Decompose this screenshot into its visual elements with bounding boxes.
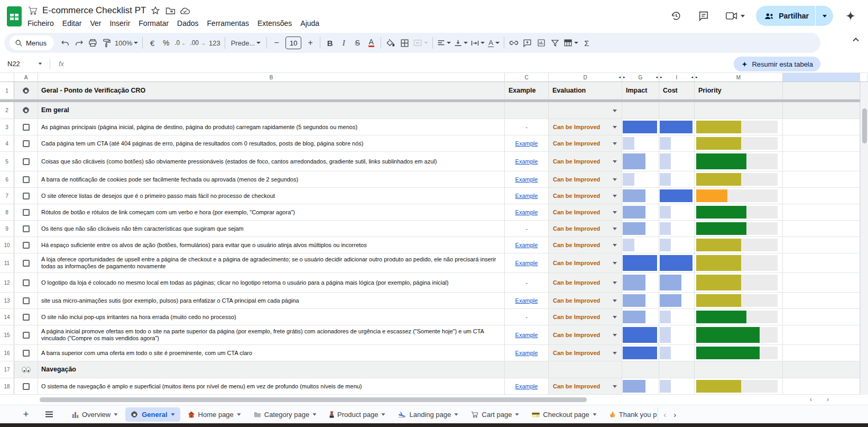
section-title-cell[interactable]: Em geral (38, 102, 505, 119)
blank-cell[interactable] (783, 309, 860, 325)
example-link[interactable]: Example (515, 193, 538, 199)
row-checkbox[interactable] (23, 209, 30, 216)
blank-cell[interactable] (783, 188, 860, 204)
dropdown-caret-icon[interactable] (613, 160, 617, 163)
example-cell[interactable]: Example (505, 188, 549, 204)
row-header-12[interactable]: 12 (0, 273, 14, 292)
cost-cell[interactable] (659, 135, 695, 151)
cost-cell[interactable] (659, 345, 695, 361)
insert-table-button[interactable] (562, 35, 580, 50)
add-sheet-button[interactable]: + (18, 406, 34, 422)
row-header-9[interactable]: 9 (0, 221, 14, 237)
blank-cell[interactable] (783, 253, 860, 272)
checkbox-cell[interactable] (14, 325, 38, 344)
increase-font-button[interactable]: + (303, 35, 317, 50)
menus-search-pill[interactable]: Menus (10, 35, 54, 50)
priority-cell[interactable] (695, 253, 783, 272)
example-link[interactable]: Example (515, 158, 538, 165)
row-header-2[interactable]: 2 (0, 102, 14, 119)
blank-cell[interactable] (783, 325, 860, 344)
scroll-right-icon[interactable]: › (827, 395, 829, 403)
blank-cell[interactable] (783, 102, 860, 119)
font-size-input[interactable]: 10 (285, 37, 301, 49)
row-header-4[interactable]: 4 (0, 135, 14, 151)
tab-menu-caret-icon[interactable] (114, 413, 118, 416)
menu-ajuda[interactable]: Ajuda (296, 17, 324, 30)
row-header-14[interactable]: 14 (0, 309, 14, 325)
priority-cell[interactable] (695, 293, 783, 308)
collapse-toolbar-button[interactable] (852, 37, 860, 42)
share-button[interactable]: Partilhar (756, 6, 833, 26)
blank-cell[interactable] (783, 237, 860, 253)
evaluation-cell[interactable]: Can be Improved (549, 119, 622, 135)
text-rotation-button[interactable]: A (486, 35, 501, 50)
row-checkbox[interactable] (23, 176, 30, 183)
row-checkbox[interactable] (23, 193, 30, 199)
checklist-text-cell[interactable]: site usa micro-animações sutis (por exem… (38, 293, 505, 308)
row-checkbox[interactable] (23, 297, 30, 304)
row-header-13[interactable]: 13 (0, 293, 14, 308)
column-header-D[interactable]: D◂ (549, 73, 622, 81)
hidden-columns-icon[interactable]: ◂ (655, 75, 658, 79)
blank-cell[interactable] (783, 135, 860, 151)
blank-cell[interactable] (783, 119, 860, 135)
zoom-select[interactable]: 100% (113, 35, 140, 50)
dropdown-caret-icon[interactable] (613, 178, 617, 181)
checkbox-cell[interactable] (14, 171, 38, 187)
checkbox-cell[interactable] (14, 273, 38, 292)
priority-cell[interactable] (695, 378, 783, 394)
row-checkbox[interactable] (23, 383, 30, 390)
row-header-3[interactable]: 3 (0, 119, 14, 135)
number-format-button[interactable]: 123 (207, 35, 222, 50)
cost-cell[interactable] (659, 119, 695, 135)
checkbox-cell[interactable] (14, 119, 38, 135)
tab-menu-caret-icon[interactable] (313, 413, 317, 416)
dropdown-caret-icon[interactable] (613, 316, 617, 319)
blank-cell[interactable] (783, 345, 860, 361)
priority-cell[interactable] (695, 152, 783, 171)
checklist-text-cell[interactable]: A barra de notificação de cookies pode s… (38, 171, 505, 187)
example-cell[interactable]: Example (505, 82, 549, 99)
tab-menu-caret-icon[interactable] (455, 413, 458, 416)
text-color-button[interactable]: A (364, 35, 378, 50)
impact-cell[interactable] (622, 171, 659, 187)
evaluation-cell[interactable]: Can be Improved (549, 171, 622, 187)
impact-cell[interactable] (622, 152, 659, 171)
cost-cell[interactable] (659, 102, 695, 119)
example-link[interactable]: Example (515, 350, 538, 356)
example-link[interactable]: Example (515, 140, 538, 147)
example-cell[interactable]: Example (505, 171, 549, 187)
row-checkbox[interactable] (23, 279, 30, 286)
sheet-title-cell[interactable]: Geral - Ponto de Verificação CRO (38, 82, 505, 99)
impact-cell[interactable] (622, 221, 659, 237)
checkbox-cell[interactable] (14, 188, 38, 204)
evaluation-cell[interactable]: Can be Improved (549, 253, 622, 272)
tab-overview[interactable]: Overview (67, 407, 123, 422)
column-header-I[interactable]: ▸I◂ (659, 73, 695, 81)
dropdown-caret-icon[interactable] (613, 211, 617, 214)
menu-editar[interactable]: Editar (58, 17, 86, 30)
impact-cell[interactable] (622, 253, 659, 272)
sheets-logo-icon[interactable] (6, 6, 22, 27)
tab-cart-page[interactable]: Cart page (466, 407, 524, 422)
functions-button[interactable]: Σ (580, 35, 594, 50)
checklist-text-cell[interactable]: A página inicial promove ofertas em todo… (38, 325, 505, 344)
menu-ficheiro[interactable]: Ficheiro (23, 17, 58, 30)
cost-cell[interactable] (659, 361, 695, 378)
cost-cell[interactable] (659, 253, 695, 272)
example-cell[interactable]: Example (505, 152, 549, 171)
row-checkbox[interactable] (23, 314, 30, 321)
row-header-5[interactable]: 5 (0, 152, 14, 171)
vertical-scrollbar[interactable] (860, 82, 868, 395)
dropdown-caret-icon[interactable] (613, 110, 617, 112)
star-icon[interactable] (150, 5, 161, 16)
blank-cell[interactable] (783, 273, 860, 292)
example-link[interactable]: Example (515, 242, 538, 248)
checklist-text-cell[interactable]: A barra superior com uma oferta em todo … (38, 345, 505, 361)
checklist-text-cell[interactable]: O sistema de navegação é amplo e superfi… (38, 378, 505, 394)
bold-button[interactable]: B (323, 35, 337, 50)
impact-cell[interactable] (622, 204, 659, 220)
evaluation-cell[interactable]: Can be Improved (549, 221, 622, 237)
blank-cell[interactable] (783, 171, 860, 187)
example-link[interactable]: Example (515, 383, 538, 389)
